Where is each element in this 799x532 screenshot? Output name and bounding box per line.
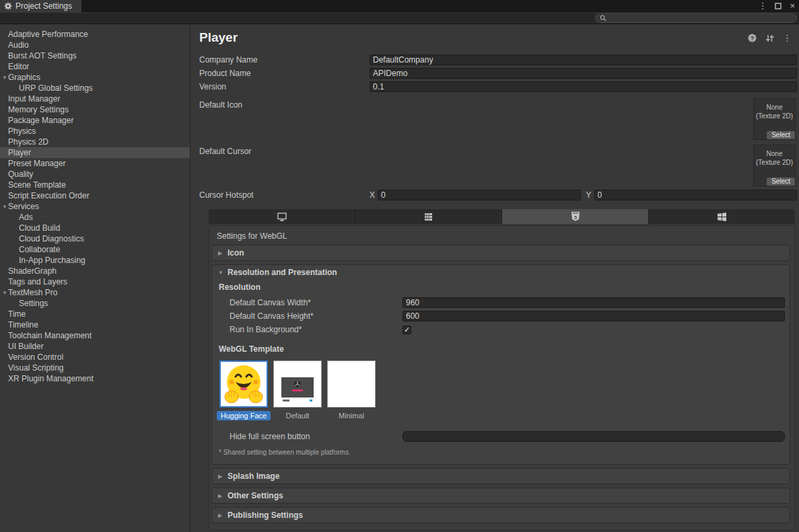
section-label: Splash Image <box>228 471 279 481</box>
search-input[interactable] <box>609 14 792 22</box>
sidebar-item[interactable]: ▼ Graphics <box>0 72 190 83</box>
foldout-collapsed-icon <box>218 512 228 519</box>
sidebar-item[interactable]: ▼ Adaptive Performance <box>0 29 190 40</box>
search-field[interactable] <box>595 13 797 23</box>
sidebar-item[interactable]: ▼ Version Control <box>0 352 190 363</box>
platform-tab-dedicated-server[interactable] <box>355 209 502 224</box>
toolbar <box>0 13 799 24</box>
sidebar-item[interactable]: ▼ Audio <box>0 40 190 50</box>
sidebar-item[interactable]: ▼ Input Manager <box>0 93 190 104</box>
default-cursor-type-text: (Texture 2D) <box>754 158 795 167</box>
default-textures-block: Default Icon None (Texture 2D) Select De… <box>199 95 797 189</box>
sidebar-item[interactable]: ▼ Toolchain Management <box>0 330 190 341</box>
sidebar-item[interactable]: ▼ Quality <box>0 169 190 180</box>
default-cursor-object-field[interactable]: None (Texture 2D) Select <box>753 145 796 186</box>
sidebar-item[interactable]: ▼ Timeline <box>0 319 190 330</box>
version-input[interactable] <box>370 81 797 92</box>
kebab-menu-icon[interactable]: ⋮ <box>758 0 767 12</box>
sidebar-item[interactable]: ▼ UI Builder <box>0 341 190 352</box>
sidebar-item[interactable]: ▼ Services <box>0 201 190 212</box>
close-icon[interactable]: × <box>790 0 795 12</box>
hugging-face-thumbnail <box>219 360 268 408</box>
default-icon-object-field[interactable]: None (Texture 2D) Select <box>753 98 796 140</box>
sidebar-item[interactable]: ▼ TextMesh Pro <box>0 287 190 298</box>
sidebar-item[interactable]: ▼ ShaderGraph <box>0 266 190 276</box>
hotspot-x-label: X <box>370 190 375 200</box>
sidebar-item[interactable]: ▼ Preset Manager <box>0 158 190 169</box>
product-name-input[interactable] <box>370 68 797 79</box>
sidebar-item[interactable]: ▼ Cloud Diagnostics <box>0 233 190 244</box>
help-icon[interactable]: ? <box>748 34 757 42</box>
hide-fullscreen-input[interactable] <box>403 431 785 442</box>
default-cursor-select-button[interactable]: Select <box>767 178 795 186</box>
sidebar-item-label: In-App Purchasing <box>19 256 85 265</box>
sidebar-item[interactable]: ▼ Time <box>0 309 190 319</box>
sidebar-item[interactable]: ▼ Scene Template <box>0 180 190 190</box>
canvas-height-input[interactable] <box>403 311 785 321</box>
section-icon: Icon <box>211 245 790 261</box>
sidebar-item[interactable]: ▼ Cloud Build <box>0 223 190 233</box>
sidebar-item[interactable]: ▼ XR Plugin Management <box>0 373 190 384</box>
window-tab-project-settings[interactable]: Project Settings <box>0 0 81 12</box>
hugging-face-emoji-icon <box>221 362 267 406</box>
resolution-heading: Resolution <box>212 280 790 296</box>
section-header-icon[interactable]: Icon <box>212 245 790 260</box>
sidebar-item[interactable]: ▼ Ads <box>0 212 190 223</box>
template-card-default[interactable]: Default <box>273 360 322 420</box>
platform-tab-standalone[interactable] <box>209 209 355 224</box>
sidebar-item[interactable]: ▼ URP Global Settings <box>0 83 190 93</box>
default-icon-label: Default Icon <box>199 100 242 110</box>
sidebar-item[interactable]: ▼ Tags and Layers <box>0 276 190 287</box>
template-card-minimal[interactable]: Minimal <box>327 360 376 420</box>
version-row: Version <box>199 80 797 93</box>
default-cursor-label: Default Cursor <box>199 147 251 156</box>
sidebar-item[interactable]: ▼ Editor <box>0 61 190 72</box>
foldout-collapsed-icon <box>218 250 228 256</box>
section-header-publishing-settings[interactable]: Publishing Settings <box>212 508 790 523</box>
header-icons: ? ⋮ <box>748 33 792 43</box>
sidebar-item-label: ShaderGraph <box>8 266 57 276</box>
canvas-width-input[interactable] <box>403 297 785 308</box>
hotspot-x-input[interactable] <box>378 190 580 200</box>
sidebar-item-label: Settings <box>19 299 48 308</box>
foldout-expanded-icon[interactable]: ▼ <box>1 75 8 81</box>
sidebar-item[interactable]: ▼ Physics 2D <box>0 137 190 147</box>
sidebar-item[interactable]: ▼ Burst AOT Settings <box>0 50 190 61</box>
cursor-hotspot-row: Cursor Hotspot X Y <box>199 189 797 201</box>
section-resolution-presentation: Resolution and Presentation Resolution D… <box>211 264 790 465</box>
sidebar-item[interactable]: ▼ Player <box>0 147 190 158</box>
section-header-other-settings[interactable]: Other Settings <box>212 488 790 503</box>
presets-icon[interactable] <box>765 34 774 42</box>
version-label: Version <box>199 82 370 91</box>
default-icon-select-button[interactable]: Select <box>767 131 795 139</box>
sidebar-item[interactable]: ▼ Settings <box>0 298 190 309</box>
maximize-icon[interactable] <box>775 3 781 9</box>
sidebar-item[interactable]: ▼ In-App Purchasing <box>0 255 190 266</box>
sidebar-item-label: Graphics <box>8 73 40 82</box>
hotspot-y-input[interactable] <box>594 190 797 200</box>
foldout-expanded-icon[interactable]: ▼ <box>1 204 8 210</box>
sidebar-item-label: Player <box>8 148 31 157</box>
platform-tab-windows-store[interactable] <box>649 209 795 224</box>
page-title: Player <box>199 30 797 45</box>
template-card-hugging-face[interactable]: Hugging Face <box>219 360 268 420</box>
foldout-expanded-icon[interactable]: ▼ <box>1 290 8 296</box>
section-header-splash-image[interactable]: Splash Image <box>212 469 790 484</box>
kebab-menu-icon[interactable]: ⋮ <box>783 33 792 43</box>
sidebar-item[interactable]: ▼ Physics <box>0 126 190 137</box>
company-name-label: Company Name <box>199 55 370 65</box>
section-label: Resolution and Presentation <box>228 268 337 277</box>
sidebar-item[interactable]: ▼ Package Manager <box>0 115 190 126</box>
platform-tab-webgl[interactable]: 5 <box>502 209 649 224</box>
section-header-resolution-presentation[interactable]: Resolution and Presentation <box>212 265 790 280</box>
sidebar-item[interactable]: ▼ Visual Scripting <box>0 363 190 373</box>
sidebar-item[interactable]: ▼ Script Execution Order <box>0 190 190 201</box>
run-in-background-checkbox[interactable] <box>403 326 411 334</box>
section-label: Icon <box>228 248 244 258</box>
company-name-input[interactable] <box>370 54 797 65</box>
sidebar-item[interactable]: ▼ Memory Settings <box>0 104 190 115</box>
window-titlebar: Project Settings ⋮ × <box>0 0 799 12</box>
sidebar-item[interactable]: ▼ Collaborate <box>0 244 190 255</box>
webgl-template-heading: WebGL Template <box>212 336 790 358</box>
sidebar-item-label: Timeline <box>8 320 38 330</box>
